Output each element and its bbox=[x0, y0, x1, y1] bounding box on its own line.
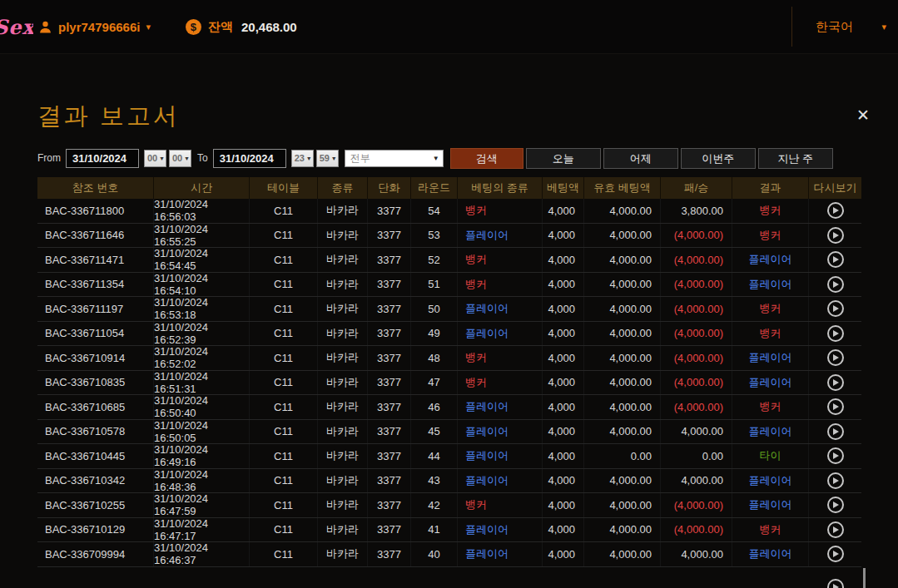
col-header-amount: 베팅액 bbox=[543, 177, 584, 199]
user-menu[interactable]: plyr74796666i ▾ bbox=[38, 20, 151, 34]
cell-game: 바카라 bbox=[318, 322, 368, 346]
replay-button[interactable] bbox=[827, 472, 844, 489]
table-row: BAC-336710835 31/10/2024 16:51:31 C11 바카… bbox=[37, 371, 861, 396]
replay-button[interactable] bbox=[827, 546, 844, 562]
to-minute-value: 59 bbox=[320, 153, 330, 163]
from-date-input[interactable]: 31/10/2024 bbox=[66, 149, 139, 168]
replay-button[interactable] bbox=[827, 521, 844, 538]
brand-logo: Sexy bbox=[0, 15, 33, 39]
cell-round: 51 bbox=[411, 273, 458, 297]
table-row: BAC-336710255 31/10/2024 16:47:59 C11 바카… bbox=[37, 493, 861, 518]
cell-result: 플레이어 bbox=[732, 346, 809, 370]
from-hour-select[interactable]: 00 ▼ bbox=[144, 150, 166, 167]
cell-amount: 4,000 bbox=[543, 493, 584, 517]
chevron-down-icon: ▾ bbox=[881, 22, 886, 32]
to-hour-select[interactable]: 23 ▼ bbox=[291, 150, 314, 167]
results-table: 참조 번호 시간 테이블 종류 단화 라운드 베팅의 종류 베팅액 유효 베팅액… bbox=[37, 177, 861, 588]
cell-winloss: (4,000.00) bbox=[661, 346, 732, 370]
play-icon bbox=[833, 477, 839, 484]
cell-round: 42 bbox=[411, 493, 458, 517]
replay-button[interactable] bbox=[827, 202, 844, 219]
play-icon bbox=[833, 584, 839, 588]
username-label: plyr74796666i bbox=[58, 20, 140, 34]
replay-button[interactable] bbox=[827, 497, 844, 513]
replay-button[interactable] bbox=[827, 579, 844, 588]
cell-shoe: 3377 bbox=[368, 248, 411, 272]
cell-result: 플레이어 bbox=[732, 420, 809, 444]
cell-round: 54 bbox=[411, 199, 458, 223]
cell-game: 바카라 bbox=[318, 542, 368, 566]
cell-amount: 4,000 bbox=[543, 322, 584, 346]
cell-time: 31/10/2024 16:56:03 bbox=[154, 199, 250, 223]
replay-button[interactable] bbox=[827, 276, 844, 293]
cell-table: C11 bbox=[250, 199, 318, 223]
cell-winloss: 0.00 bbox=[661, 444, 732, 468]
cell-table: C11 bbox=[250, 346, 318, 370]
cell-bet-type: 플레이어 bbox=[458, 518, 543, 542]
cell-shoe: 3377 bbox=[368, 273, 411, 297]
table-row: BAC-336711054 31/10/2024 16:52:39 C11 바카… bbox=[37, 322, 861, 347]
cell-amount: 4,000 bbox=[543, 248, 584, 272]
cell-game: 바카라 bbox=[318, 518, 368, 542]
replay-button[interactable] bbox=[827, 251, 844, 268]
close-icon[interactable]: ✕ bbox=[854, 106, 872, 125]
top-bar: Sexy plyr74796666i ▾ $ 잔액 20,468.00 한국어 … bbox=[0, 0, 898, 54]
cell-valid: 4,000.00 bbox=[584, 469, 661, 493]
cell-table: C11 bbox=[250, 224, 318, 248]
table-row: BAC-336710914 31/10/2024 16:52:02 C11 바카… bbox=[37, 346, 861, 371]
table-row: BAC-336711197 31/10/2024 16:53:18 C11 바카… bbox=[37, 297, 861, 322]
game-filter-select[interactable]: 전부 ▼ bbox=[345, 150, 444, 167]
cell-round: 43 bbox=[411, 469, 458, 493]
play-icon bbox=[833, 354, 839, 361]
cell-amount: 4,000 bbox=[543, 420, 584, 444]
scrollbar-thumb[interactable] bbox=[863, 568, 866, 588]
cell-bet-type: 플레이어 bbox=[458, 297, 543, 321]
search-button[interactable]: 검색 bbox=[450, 148, 523, 169]
cell-replay bbox=[809, 518, 861, 542]
cell-game: 바카라 bbox=[318, 420, 368, 444]
replay-button[interactable] bbox=[827, 325, 844, 342]
cell-result: 뱅커 bbox=[732, 395, 809, 419]
cell-replay bbox=[809, 248, 861, 272]
cell-round: 49 bbox=[411, 322, 458, 346]
play-icon bbox=[833, 207, 839, 214]
cell-game: 바카라 bbox=[318, 346, 368, 370]
cell-round: 53 bbox=[411, 224, 458, 248]
from-minute-select[interactable]: 00 ▼ bbox=[169, 150, 191, 167]
cell-table: C11 bbox=[250, 322, 318, 346]
col-header-game: 종류 bbox=[318, 177, 368, 199]
cell-result: 뱅커 bbox=[732, 518, 809, 542]
cell-round: 47 bbox=[411, 371, 458, 395]
cell-bet-type: 플레이어 bbox=[458, 444, 543, 468]
replay-button[interactable] bbox=[827, 300, 844, 317]
replay-button[interactable] bbox=[827, 423, 844, 440]
replay-button[interactable] bbox=[827, 349, 844, 366]
to-date-input[interactable]: 31/10/2024 bbox=[213, 149, 286, 168]
today-button[interactable]: 오늘 bbox=[526, 148, 601, 169]
replay-button[interactable] bbox=[827, 398, 844, 415]
cell-valid: 4,000.00 bbox=[584, 542, 661, 566]
replay-button[interactable] bbox=[827, 374, 844, 391]
col-header-result: 결과 bbox=[732, 177, 809, 199]
language-selector[interactable]: 한국어 ▾ bbox=[791, 7, 898, 47]
cell-shoe: 3377 bbox=[368, 444, 411, 468]
cell-bet-type: 뱅커 bbox=[458, 371, 543, 395]
cell-bet-type: 플레이어 bbox=[458, 395, 543, 419]
cell-replay bbox=[809, 224, 861, 248]
col-header-replay: 다시보기 bbox=[809, 177, 861, 199]
filter-bar: From 31/10/2024 00 ▼ 00 ▼ To 31/10/2024 … bbox=[37, 147, 861, 169]
cell-ref: BAC-336711054 bbox=[37, 322, 154, 346]
cell-table: C11 bbox=[250, 248, 318, 272]
cell-ref: BAC-336709994 bbox=[37, 542, 154, 566]
replay-button[interactable] bbox=[827, 227, 844, 244]
cell-ref: BAC-336710578 bbox=[37, 420, 154, 444]
last-week-button[interactable]: 지난 주 bbox=[758, 148, 833, 169]
to-minute-select[interactable]: 59 ▼ bbox=[316, 150, 339, 167]
cell-valid: 4,000.00 bbox=[584, 297, 661, 321]
replay-button[interactable] bbox=[827, 447, 844, 464]
cell-table: C11 bbox=[250, 444, 318, 468]
yesterday-button[interactable]: 어제 bbox=[603, 148, 678, 169]
cell-bet-type: 뱅커 bbox=[458, 199, 543, 223]
this-week-button[interactable]: 이번주 bbox=[681, 148, 756, 169]
cell-round: 45 bbox=[411, 420, 458, 444]
